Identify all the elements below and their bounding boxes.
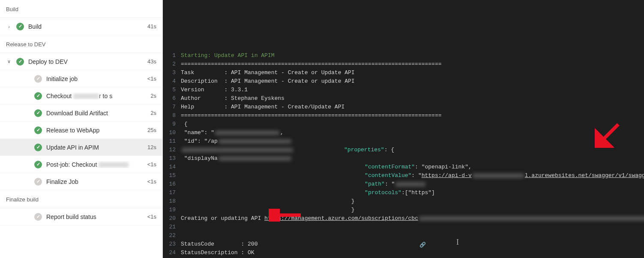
line-number: 4 xyxy=(163,77,180,86)
log-line[interactable]: 18 } xyxy=(163,197,644,206)
log-line[interactable]: 19 } xyxy=(163,206,644,214)
log-viewer[interactable]: 🔗 I 1Starting: Update API in APIM2======… xyxy=(163,0,644,258)
step-label: Finalize Job xyxy=(46,178,143,185)
log-line[interactable]: 14 "contentFormat": "openapi-link", xyxy=(163,163,644,171)
line-number: 8 xyxy=(163,111,180,120)
step-duration: 12s xyxy=(147,144,156,150)
line-content: "id": "/ap xyxy=(180,137,292,146)
line-content: Starting: Update API in APIM xyxy=(180,51,274,60)
log-line[interactable]: 13 "displayNa xyxy=(163,154,644,163)
log-line[interactable]: 16 "path": " xyxy=(163,180,644,189)
pipeline-step[interactable]: ›✓Build41s xyxy=(0,18,162,35)
text-cursor: I xyxy=(456,238,459,246)
line-content: Help : API Management - Create/Update AP… xyxy=(180,103,344,111)
line-number: 7 xyxy=(163,103,180,111)
pipeline-step[interactable]: ✓Release to WebApp25s xyxy=(0,122,162,139)
log-line[interactable]: 24StatusDescription : OK xyxy=(163,249,644,257)
step-duration: <1s xyxy=(147,75,156,82)
success-icon: ✓ xyxy=(34,161,42,168)
line-number: 10 xyxy=(163,129,180,137)
step-duration: <1s xyxy=(147,178,156,185)
step-duration: 25s xyxy=(147,127,156,133)
step-label: Build xyxy=(28,23,143,30)
line-content: StatusDescription : OK xyxy=(180,249,255,257)
line-content: "protocols":["https"] xyxy=(180,189,435,197)
step-duration: <1s xyxy=(147,161,156,168)
success-icon: ✓ xyxy=(34,92,42,100)
line-content: "path": " xyxy=(180,180,426,189)
success-icon: ✓ xyxy=(34,144,42,151)
step-label: Checkout r to s xyxy=(46,93,146,99)
pipeline-step[interactable]: ✓Post-job: Checkout <1s xyxy=(0,156,162,173)
neutral-icon: ✓ xyxy=(34,75,42,83)
line-number: 6 xyxy=(163,94,180,103)
log-line[interactable]: 17 "protocols":["https"] xyxy=(163,189,644,197)
log-line[interactable]: 1Starting: Update API in APIM xyxy=(163,51,644,60)
line-number: 23 xyxy=(163,240,180,249)
step-label: Deploy to DEV xyxy=(28,58,143,65)
pipeline-step[interactable]: ✓Update API in APIM12s xyxy=(0,139,162,156)
neutral-icon: ✓ xyxy=(34,178,42,186)
line-number: 12 xyxy=(163,146,180,154)
line-content: Author : Stephane Eyskens xyxy=(180,94,285,103)
log-line[interactable]: 22 xyxy=(163,231,644,240)
line-content: "contentFormat": "openapi-link", xyxy=(180,163,472,171)
step-duration: 43s xyxy=(147,58,156,65)
line-number: 18 xyxy=(163,197,180,206)
log-line[interactable]: 12 "properties": { xyxy=(163,146,644,154)
line-content: "properties": { xyxy=(180,146,394,154)
log-line[interactable]: 9 { xyxy=(163,120,644,129)
pipeline-step[interactable]: ∨✓Deploy to DEV43s xyxy=(0,53,162,70)
log-line[interactable]: 21 xyxy=(163,223,644,231)
line-number: 1 xyxy=(163,51,180,60)
line-number: 24 xyxy=(163,249,180,257)
log-line[interactable]: 2=======================================… xyxy=(163,60,644,69)
line-number: 19 xyxy=(163,206,180,214)
chevron-down-icon: ∨ xyxy=(6,59,12,64)
step-duration: 2s xyxy=(150,93,156,99)
line-content: "name": ", xyxy=(180,129,284,137)
step-duration: <1s xyxy=(147,213,156,220)
line-content: Task : API Management - Create or Update… xyxy=(180,69,355,77)
success-icon: ✓ xyxy=(16,23,24,30)
success-icon: ✓ xyxy=(34,126,42,134)
pipeline-step[interactable]: ✓Finalize Job<1s xyxy=(0,173,162,190)
line-content: Version : 3.3.1 xyxy=(180,86,248,94)
section-heading: Finalize build xyxy=(0,190,162,208)
pipeline-step[interactable]: ✓Report build status<1s xyxy=(0,208,162,225)
line-number: 13 xyxy=(163,154,180,163)
line-number: 21 xyxy=(163,223,180,231)
line-number: 5 xyxy=(163,86,180,94)
line-number: 15 xyxy=(163,171,180,180)
log-line[interactable]: 15 "contentValue": "https://api-d-vl.azu… xyxy=(163,171,644,180)
log-line[interactable]: 8=======================================… xyxy=(163,111,644,120)
line-content: { xyxy=(180,120,188,129)
log-line[interactable]: 4Description : API Management - Create o… xyxy=(163,77,644,86)
line-number: 14 xyxy=(163,163,180,171)
chevron-right-icon: › xyxy=(6,24,12,29)
log-line[interactable]: 5Version : 3.3.1 xyxy=(163,86,644,94)
log-line[interactable]: 7Help : API Management - Create/Update A… xyxy=(163,103,644,111)
success-icon: ✓ xyxy=(34,109,42,117)
step-duration: 2s xyxy=(150,110,156,116)
log-line[interactable]: 23StatusCode : 200 xyxy=(163,240,644,249)
step-label: Initialize job xyxy=(46,75,143,82)
log-line[interactable]: 6Author : Stephane Eyskens xyxy=(163,94,644,103)
line-content: ========================================… xyxy=(180,111,442,120)
log-line[interactable]: 10 "name": ", xyxy=(163,129,644,137)
line-number: 17 xyxy=(163,189,180,197)
line-content: Creating or updating API https://managem… xyxy=(180,214,644,223)
log-line[interactable]: 3Task : API Management - Create or Updat… xyxy=(163,69,644,77)
section-heading: Build xyxy=(0,0,162,18)
pipeline-step[interactable]: ✓Initialize job<1s xyxy=(0,70,162,87)
pipeline-steps-sidebar[interactable]: Build›✓Build41sRelease to DEV∨✓Deploy to… xyxy=(0,0,163,258)
line-content xyxy=(180,231,181,240)
log-line[interactable]: 20Creating or updating API https://manag… xyxy=(163,214,644,223)
line-content xyxy=(180,223,181,231)
log-line[interactable]: 11 "id": "/ap xyxy=(163,137,644,146)
line-number: 22 xyxy=(163,231,180,240)
pipeline-step[interactable]: ✓Checkout r to s2s xyxy=(0,87,162,105)
step-label: Release to WebApp xyxy=(46,127,143,134)
pipeline-step[interactable]: ✓Download Build Artifact2s xyxy=(0,105,162,122)
line-content: ========================================… xyxy=(180,60,442,69)
